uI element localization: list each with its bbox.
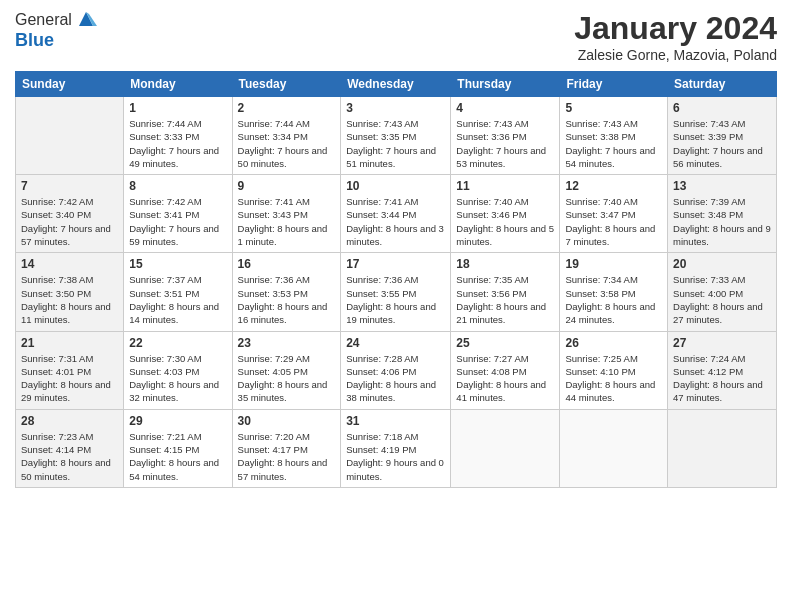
day-info: Sunrise: 7:44 AMSunset: 3:33 PMDaylight:…	[129, 117, 226, 170]
cell-4-3: 31Sunrise: 7:18 AMSunset: 4:19 PMDayligh…	[341, 409, 451, 487]
day-number: 14	[21, 257, 118, 271]
day-number: 23	[238, 336, 336, 350]
day-info: Sunrise: 7:18 AMSunset: 4:19 PMDaylight:…	[346, 430, 445, 483]
cell-1-2: 9Sunrise: 7:41 AMSunset: 3:43 PMDaylight…	[232, 175, 341, 253]
day-number: 26	[565, 336, 662, 350]
cell-2-4: 18Sunrise: 7:35 AMSunset: 3:56 PMDayligh…	[451, 253, 560, 331]
day-info: Sunrise: 7:43 AMSunset: 3:39 PMDaylight:…	[673, 117, 771, 170]
cell-1-6: 13Sunrise: 7:39 AMSunset: 3:48 PMDayligh…	[668, 175, 777, 253]
day-number: 11	[456, 179, 554, 193]
day-info: Sunrise: 7:21 AMSunset: 4:15 PMDaylight:…	[129, 430, 226, 483]
cell-0-5: 5Sunrise: 7:43 AMSunset: 3:38 PMDaylight…	[560, 97, 668, 175]
day-number: 2	[238, 101, 336, 115]
day-info: Sunrise: 7:35 AMSunset: 3:56 PMDaylight:…	[456, 273, 554, 326]
cell-1-0: 7Sunrise: 7:42 AMSunset: 3:40 PMDaylight…	[16, 175, 124, 253]
cell-2-0: 14Sunrise: 7:38 AMSunset: 3:50 PMDayligh…	[16, 253, 124, 331]
cell-2-5: 19Sunrise: 7:34 AMSunset: 3:58 PMDayligh…	[560, 253, 668, 331]
day-info: Sunrise: 7:20 AMSunset: 4:17 PMDaylight:…	[238, 430, 336, 483]
cell-0-6: 6Sunrise: 7:43 AMSunset: 3:39 PMDaylight…	[668, 97, 777, 175]
day-number: 4	[456, 101, 554, 115]
cell-1-1: 8Sunrise: 7:42 AMSunset: 3:41 PMDaylight…	[124, 175, 232, 253]
cell-3-3: 24Sunrise: 7:28 AMSunset: 4:06 PMDayligh…	[341, 331, 451, 409]
cell-2-6: 20Sunrise: 7:33 AMSunset: 4:00 PMDayligh…	[668, 253, 777, 331]
cell-1-4: 11Sunrise: 7:40 AMSunset: 3:46 PMDayligh…	[451, 175, 560, 253]
cell-1-3: 10Sunrise: 7:41 AMSunset: 3:44 PMDayligh…	[341, 175, 451, 253]
day-number: 1	[129, 101, 226, 115]
logo-blue-text: Blue	[15, 30, 97, 51]
cell-1-5: 12Sunrise: 7:40 AMSunset: 3:47 PMDayligh…	[560, 175, 668, 253]
calendar-body: 1Sunrise: 7:44 AMSunset: 3:33 PMDaylight…	[16, 97, 777, 488]
cell-4-0: 28Sunrise: 7:23 AMSunset: 4:14 PMDayligh…	[16, 409, 124, 487]
cell-2-3: 17Sunrise: 7:36 AMSunset: 3:55 PMDayligh…	[341, 253, 451, 331]
cell-3-1: 22Sunrise: 7:30 AMSunset: 4:03 PMDayligh…	[124, 331, 232, 409]
day-info: Sunrise: 7:43 AMSunset: 3:38 PMDaylight:…	[565, 117, 662, 170]
month-title: January 2024	[574, 10, 777, 47]
day-info: Sunrise: 7:42 AMSunset: 3:40 PMDaylight:…	[21, 195, 118, 248]
day-number: 5	[565, 101, 662, 115]
day-info: Sunrise: 7:27 AMSunset: 4:08 PMDaylight:…	[456, 352, 554, 405]
day-number: 29	[129, 414, 226, 428]
day-number: 28	[21, 414, 118, 428]
day-number: 9	[238, 179, 336, 193]
logo-icon	[75, 8, 97, 30]
day-info: Sunrise: 7:28 AMSunset: 4:06 PMDaylight:…	[346, 352, 445, 405]
title-block: January 2024 Zalesie Gorne, Mazovia, Pol…	[574, 10, 777, 63]
cell-0-3: 3Sunrise: 7:43 AMSunset: 3:35 PMDaylight…	[341, 97, 451, 175]
day-number: 31	[346, 414, 445, 428]
day-number: 10	[346, 179, 445, 193]
calendar-table: Sunday Monday Tuesday Wednesday Thursday…	[15, 71, 777, 488]
week-row-3: 21Sunrise: 7:31 AMSunset: 4:01 PMDayligh…	[16, 331, 777, 409]
day-info: Sunrise: 7:44 AMSunset: 3:34 PMDaylight:…	[238, 117, 336, 170]
day-info: Sunrise: 7:41 AMSunset: 3:43 PMDaylight:…	[238, 195, 336, 248]
logo-general-text: General	[15, 11, 72, 29]
cell-3-5: 26Sunrise: 7:25 AMSunset: 4:10 PMDayligh…	[560, 331, 668, 409]
cell-2-1: 15Sunrise: 7:37 AMSunset: 3:51 PMDayligh…	[124, 253, 232, 331]
day-info: Sunrise: 7:30 AMSunset: 4:03 PMDaylight:…	[129, 352, 226, 405]
day-number: 15	[129, 257, 226, 271]
day-info: Sunrise: 7:29 AMSunset: 4:05 PMDaylight:…	[238, 352, 336, 405]
day-info: Sunrise: 7:37 AMSunset: 3:51 PMDaylight:…	[129, 273, 226, 326]
page: General Blue January 2024 Zalesie Gorne,…	[0, 0, 792, 612]
header: General Blue January 2024 Zalesie Gorne,…	[15, 10, 777, 63]
cell-0-1: 1Sunrise: 7:44 AMSunset: 3:33 PMDaylight…	[124, 97, 232, 175]
day-info: Sunrise: 7:25 AMSunset: 4:10 PMDaylight:…	[565, 352, 662, 405]
day-number: 21	[21, 336, 118, 350]
header-row: Sunday Monday Tuesday Wednesday Thursday…	[16, 72, 777, 97]
col-tuesday: Tuesday	[232, 72, 341, 97]
day-number: 30	[238, 414, 336, 428]
day-info: Sunrise: 7:31 AMSunset: 4:01 PMDaylight:…	[21, 352, 118, 405]
day-number: 13	[673, 179, 771, 193]
cell-4-4	[451, 409, 560, 487]
day-number: 22	[129, 336, 226, 350]
week-row-1: 7Sunrise: 7:42 AMSunset: 3:40 PMDaylight…	[16, 175, 777, 253]
cell-0-4: 4Sunrise: 7:43 AMSunset: 3:36 PMDaylight…	[451, 97, 560, 175]
day-number: 12	[565, 179, 662, 193]
day-info: Sunrise: 7:43 AMSunset: 3:36 PMDaylight:…	[456, 117, 554, 170]
cell-4-2: 30Sunrise: 7:20 AMSunset: 4:17 PMDayligh…	[232, 409, 341, 487]
cell-3-2: 23Sunrise: 7:29 AMSunset: 4:05 PMDayligh…	[232, 331, 341, 409]
cell-4-6	[668, 409, 777, 487]
day-number: 7	[21, 179, 118, 193]
day-info: Sunrise: 7:36 AMSunset: 3:53 PMDaylight:…	[238, 273, 336, 326]
day-number: 6	[673, 101, 771, 115]
day-info: Sunrise: 7:24 AMSunset: 4:12 PMDaylight:…	[673, 352, 771, 405]
day-number: 8	[129, 179, 226, 193]
logo: General Blue	[15, 10, 97, 51]
cell-0-0	[16, 97, 124, 175]
cell-4-1: 29Sunrise: 7:21 AMSunset: 4:15 PMDayligh…	[124, 409, 232, 487]
col-sunday: Sunday	[16, 72, 124, 97]
col-saturday: Saturday	[668, 72, 777, 97]
week-row-4: 28Sunrise: 7:23 AMSunset: 4:14 PMDayligh…	[16, 409, 777, 487]
day-number: 16	[238, 257, 336, 271]
col-friday: Friday	[560, 72, 668, 97]
day-info: Sunrise: 7:41 AMSunset: 3:44 PMDaylight:…	[346, 195, 445, 248]
cell-4-5	[560, 409, 668, 487]
day-info: Sunrise: 7:33 AMSunset: 4:00 PMDaylight:…	[673, 273, 771, 326]
cell-3-4: 25Sunrise: 7:27 AMSunset: 4:08 PMDayligh…	[451, 331, 560, 409]
day-number: 19	[565, 257, 662, 271]
cell-0-2: 2Sunrise: 7:44 AMSunset: 3:34 PMDaylight…	[232, 97, 341, 175]
day-info: Sunrise: 7:36 AMSunset: 3:55 PMDaylight:…	[346, 273, 445, 326]
day-info: Sunrise: 7:39 AMSunset: 3:48 PMDaylight:…	[673, 195, 771, 248]
cell-3-0: 21Sunrise: 7:31 AMSunset: 4:01 PMDayligh…	[16, 331, 124, 409]
day-number: 25	[456, 336, 554, 350]
